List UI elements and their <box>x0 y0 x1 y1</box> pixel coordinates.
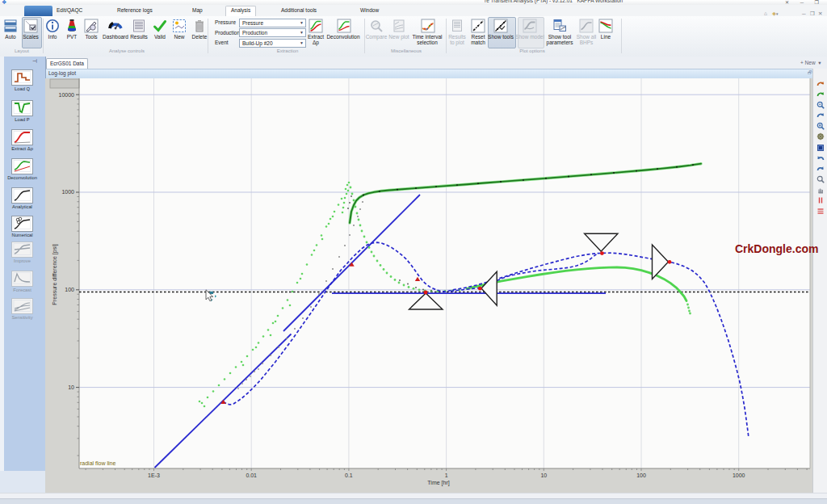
svg-text:Time [hr]: Time [hr] <box>427 480 449 486</box>
svg-text:10000: 10000 <box>59 92 75 98</box>
svg-text:100: 100 <box>636 472 646 478</box>
svg-text:10: 10 <box>68 384 74 390</box>
svg-text:0.1: 0.1 <box>345 472 353 478</box>
svg-text:1000: 1000 <box>733 472 745 478</box>
svg-text:CrkDongle.com: CrkDongle.com <box>735 242 818 255</box>
svg-text:0.01: 0.01 <box>246 472 257 478</box>
svg-text:Pressure difference [psi]: Pressure difference [psi] <box>52 244 58 304</box>
svg-text:1000: 1000 <box>61 189 74 195</box>
svg-text:radial flow line: radial flow line <box>80 460 115 466</box>
svg-text:1: 1 <box>445 472 448 478</box>
svg-text:100: 100 <box>65 287 74 292</box>
svg-text:1E-3: 1E-3 <box>148 472 160 478</box>
svg-text:10: 10 <box>540 472 547 478</box>
